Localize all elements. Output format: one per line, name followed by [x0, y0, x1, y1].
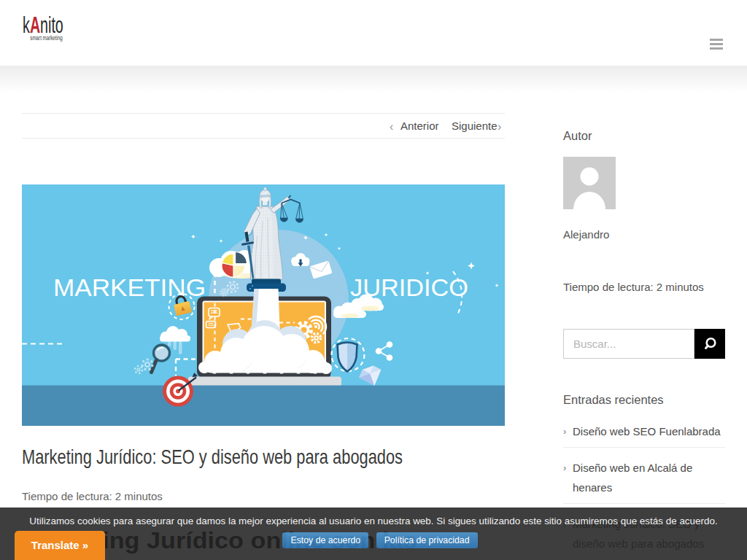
svg-text:smart marketing: smart marketing: [30, 35, 63, 42]
svg-text:kAnito: kAnito: [23, 12, 63, 38]
